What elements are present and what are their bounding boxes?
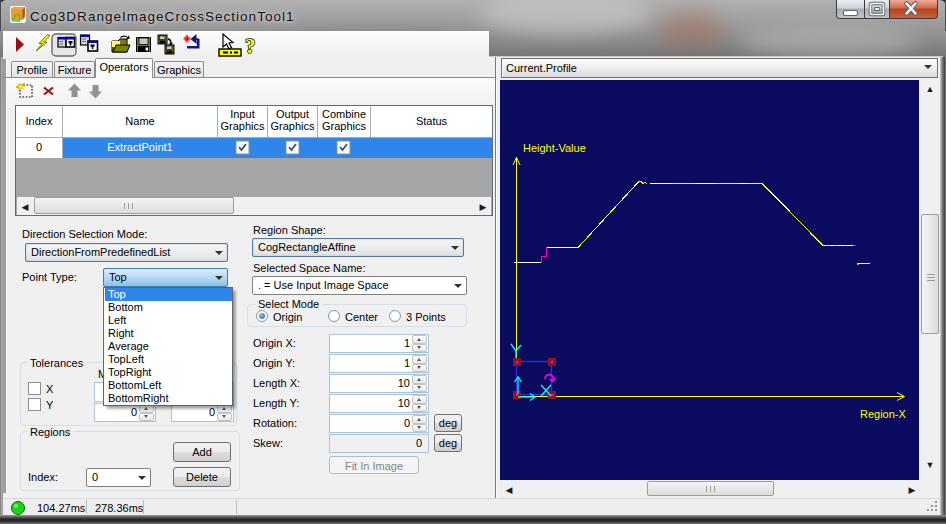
svg-text:?: ? bbox=[245, 34, 256, 58]
svg-text:Height-Value: Height-Value bbox=[523, 142, 586, 154]
svg-text:Region-X: Region-X bbox=[860, 408, 907, 420]
